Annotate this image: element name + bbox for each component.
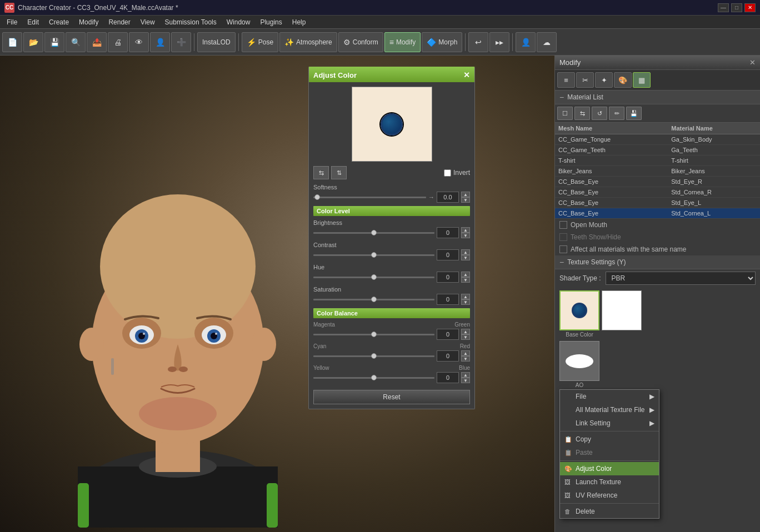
flip-h-button[interactable]: ⇆ — [313, 166, 329, 179]
pose-button[interactable]: ⚡ Pose — [242, 32, 278, 52]
menu-render[interactable]: Render — [104, 17, 134, 27]
softness-thumb[interactable] — [314, 194, 320, 200]
table-row[interactable]: CC_Base_EyeStd_Eye_R — [555, 177, 760, 187]
cyan-spin[interactable]: ▲ ▼ — [461, 350, 470, 362]
magenta-down[interactable]: ▼ — [461, 334, 470, 340]
tab-shapes[interactable]: ✂ — [576, 72, 594, 88]
open-mouth-checkbox[interactable] — [559, 221, 567, 229]
table-row[interactable]: CC_Base_EyeStd_Cornea_R — [555, 187, 760, 198]
ao-thumb[interactable] — [559, 341, 599, 381]
reset-button[interactable]: Reset — [313, 390, 470, 404]
yellow-down[interactable]: ▼ — [461, 378, 470, 383]
brightness-spin[interactable]: ▲ ▼ — [461, 227, 470, 238]
morph-button[interactable]: 🔷 Morph — [422, 32, 462, 52]
maximize-button[interactable]: □ — [731, 3, 742, 12]
print-button[interactable]: 🖨 — [108, 32, 128, 52]
menu-plugins[interactable]: Plugins — [256, 17, 286, 27]
tab-edit[interactable]: ✦ — [595, 72, 613, 88]
brightness-slider[interactable] — [313, 228, 434, 237]
contrast-thumb[interactable] — [371, 252, 377, 258]
more-button[interactable]: ▸▸ — [489, 32, 509, 52]
softness-down[interactable]: ▼ — [461, 197, 470, 203]
menu-create[interactable]: Create — [44, 17, 73, 27]
hue-up[interactable]: ▲ — [461, 272, 470, 277]
yellow-up[interactable]: ▲ — [461, 372, 470, 378]
mat-swap-button[interactable]: ⇆ — [574, 107, 590, 120]
user-button[interactable]: 👤 — [516, 32, 536, 52]
hue-down[interactable]: ▼ — [461, 277, 470, 283]
ctx-paste[interactable]: 📋 Paste — [560, 446, 659, 459]
brightness-thumb[interactable] — [371, 230, 377, 235]
saturation-slider[interactable] — [313, 295, 434, 304]
save-as-button[interactable]: 🔍 — [66, 32, 86, 52]
ctx-file[interactable]: File ▶ — [560, 390, 659, 403]
flip-v-button[interactable]: ⇅ — [331, 166, 347, 179]
conform-button[interactable]: ⚙ Conform — [338, 32, 383, 52]
menu-help[interactable]: Help — [288, 17, 311, 27]
brightness-up[interactable]: ▲ — [461, 227, 470, 233]
saturation-spin[interactable]: ▲ ▼ — [461, 294, 470, 305]
shader-type-select[interactable]: PBR — [606, 272, 756, 285]
mat-edit-button[interactable]: ✏ — [609, 107, 624, 120]
softness-up[interactable]: ▲ — [461, 192, 470, 197]
material-list-collapse[interactable]: − Material List — [555, 91, 760, 104]
magenta-up[interactable]: ▲ — [461, 329, 470, 334]
mat-reset-button[interactable]: ↺ — [592, 107, 607, 120]
export-button[interactable]: 📤 — [87, 32, 107, 52]
invert-checkbox[interactable] — [444, 169, 451, 177]
softness-slider[interactable] — [313, 193, 426, 202]
table-row[interactable]: CC_Game_TongueGa_Skin_Body — [555, 134, 760, 145]
ctx-delete[interactable]: 🗑 Delete — [560, 505, 659, 518]
menu-window[interactable]: Window — [222, 17, 255, 27]
eye-button[interactable]: 👁 — [129, 32, 149, 52]
teeth-show-checkbox[interactable] — [559, 233, 567, 241]
menu-edit[interactable]: Edit — [23, 17, 43, 27]
saturation-down[interactable]: ▼ — [461, 299, 470, 305]
cyan-thumb[interactable] — [371, 353, 377, 359]
instalo-button[interactable]: InstaLOD — [197, 32, 236, 52]
panel-close-button[interactable]: ✕ — [749, 58, 756, 67]
brightness-down[interactable]: ▼ — [461, 233, 470, 238]
atmosphere-button[interactable]: ✨ Atmosphere — [279, 32, 337, 52]
mat-save-button[interactable]: 💾 — [626, 107, 642, 120]
contrast-slider[interactable] — [313, 250, 434, 259]
hue-slider[interactable] — [313, 273, 434, 282]
cloud-button[interactable]: ☁ — [537, 32, 557, 52]
magenta-slider[interactable] — [313, 330, 434, 339]
table-row[interactable]: Biker_JeansBiker_Jeans — [555, 166, 760, 177]
hue-thumb[interactable] — [371, 274, 377, 280]
undo-button[interactable]: ↩ — [468, 32, 488, 52]
yellow-thumb[interactable] — [371, 375, 377, 380]
mat-select-button[interactable]: ☐ — [557, 107, 573, 120]
minimize-button[interactable]: — — [718, 3, 729, 12]
magenta-thumb[interactable] — [371, 332, 377, 337]
tab-texture[interactable]: 🎨 — [614, 72, 632, 88]
menu-submission-tools[interactable]: Submission Tools — [161, 17, 221, 27]
save-button[interactable]: 💾 — [44, 32, 64, 52]
tab-sliders[interactable]: ≡ — [557, 72, 575, 88]
cyan-up[interactable]: ▲ — [461, 350, 470, 356]
add-button[interactable]: ➕ — [171, 32, 191, 52]
base-color-thumb[interactable] — [559, 290, 599, 330]
ctx-adjust-color[interactable]: 🎨 Adjust Color — [560, 462, 659, 475]
window-controls[interactable]: — □ ✕ — [718, 3, 756, 12]
menu-file[interactable]: File — [2, 17, 22, 27]
tab-checkerboard[interactable]: ▦ — [633, 72, 651, 88]
cyan-down[interactable]: ▼ — [461, 356, 470, 362]
yellow-slider[interactable] — [313, 373, 434, 382]
menu-view[interactable]: View — [136, 17, 159, 27]
table-row[interactable]: CC_Base_EyeStd_Cornea_L — [555, 208, 760, 219]
ctx-link-setting[interactable]: Link Setting ▶ — [560, 416, 659, 430]
new-button[interactable]: 📄 — [2, 32, 22, 52]
magenta-spin[interactable]: ▲ ▼ — [461, 329, 470, 340]
second-thumb[interactable] — [602, 290, 642, 330]
character-button[interactable]: 👤 — [150, 32, 170, 52]
table-row[interactable]: CC_Game_TeethGa_Teeth — [555, 145, 760, 155]
softness-spin[interactable]: ▲ ▼ — [461, 192, 470, 203]
ctx-all-material[interactable]: All Material Texture File ▶ — [560, 403, 659, 416]
saturation-up[interactable]: ▲ — [461, 294, 470, 299]
dialog-close-button[interactable]: ✕ — [463, 71, 470, 79]
contrast-up[interactable]: ▲ — [461, 249, 470, 255]
texture-settings-collapse[interactable]: − Texture Settings (Y) — [555, 255, 760, 269]
menu-modify[interactable]: Modify — [74, 17, 103, 27]
